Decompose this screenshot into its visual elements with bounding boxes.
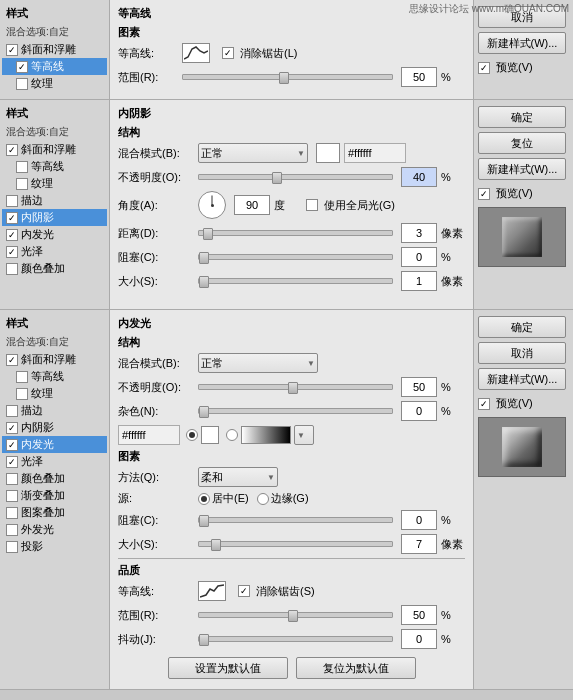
sidebar-3-item-2[interactable]: 纹理 [2,385,107,402]
range-slider[interactable] [182,70,393,84]
sidebar-2-cb-0[interactable] [6,144,18,156]
sidebar-3-item-0[interactable]: 斜面和浮雕 [2,351,107,368]
sidebar-2-item-4[interactable]: 内阴影 [2,209,107,226]
source-edge-radio[interactable] [257,493,269,505]
blend-mode-select-3[interactable]: 正常 ▼ [198,353,318,373]
reset-default-button[interactable]: 复位为默认值 [296,657,416,679]
preview-cb-3[interactable] [478,398,490,410]
noise-slider[interactable] [198,404,393,418]
jitter-slider[interactable] [198,632,393,646]
glow-color-hex[interactable]: #ffffff [118,425,180,445]
sidebar-2-item-2[interactable]: 纹理 [2,175,107,192]
contour-thumbnail[interactable] [182,43,210,63]
sidebar-1-item-1[interactable]: 等高线 [2,58,107,75]
sidebar-2-item-6[interactable]: 光泽 [2,243,107,260]
blend-mode-select[interactable]: 正常 ▼ [198,143,308,163]
preview-cb-1[interactable] [478,62,490,74]
jitter-input[interactable]: 0 [401,629,437,649]
size-slider-3[interactable] [198,537,393,551]
color-radio[interactable] [186,429,198,441]
new-style-button-3[interactable]: 新建样式(W)... [478,368,566,390]
sidebar-1-item-2[interactable]: 纹理 [2,75,107,92]
sidebar-2-cb-5[interactable] [6,229,18,241]
choke-slider-2[interactable] [198,250,393,264]
inner-shadow-color[interactable] [316,143,340,163]
quality-range-input[interactable]: 50 [401,605,437,625]
sidebar-3-item-11[interactable]: 投影 [2,538,107,555]
size-input-2[interactable]: 1 [401,271,437,291]
choke-input-3[interactable]: 0 [401,510,437,530]
source-center-item[interactable]: 居中(E) [198,491,249,506]
size-input-3[interactable]: 7 [401,534,437,554]
glow-solid-color[interactable] [201,426,219,444]
sidebar-2-cb-4[interactable] [6,212,18,224]
sidebar-3-cb-5[interactable] [6,439,18,451]
sidebar-3-item-4[interactable]: 内阴影 [2,419,107,436]
distance-slider[interactable] [198,226,393,240]
new-style-button-2[interactable]: 新建样式(W)... [478,158,566,180]
angle-dial[interactable] [198,191,226,219]
sidebar-3-cb-11[interactable] [6,541,18,553]
sidebar-3-cb-6[interactable] [6,456,18,468]
opacity-slider-3[interactable] [198,380,393,394]
sidebar-3-cb-4[interactable] [6,422,18,434]
sidebar-3-cb-3[interactable] [6,405,18,417]
source-center-radio[interactable] [198,493,210,505]
sidebar-3-item-1[interactable]: 等高线 [2,368,107,385]
gradient-radio[interactable] [226,429,238,441]
opacity-input-3[interactable]: 50 [401,377,437,397]
angle-input[interactable]: 90 [234,195,270,215]
choke-slider-3[interactable] [198,513,393,527]
sidebar-3-item-3[interactable]: 描边 [2,402,107,419]
sidebar-2-item-3[interactable]: 描边 [2,192,107,209]
sidebar-1-cb-2[interactable] [16,78,28,90]
new-style-button-1[interactable]: 新建样式(W)... [478,32,566,54]
sidebar-3-cb-2[interactable] [16,388,28,400]
sidebar-2-item-0[interactable]: 斜面和浮雕 [2,141,107,158]
gradient-select-arrow[interactable]: ▼ [294,425,314,445]
quality-antialias-cb[interactable] [238,585,250,597]
sidebar-3-cb-8[interactable] [6,490,18,502]
noise-input[interactable]: 0 [401,401,437,421]
sidebar-3-cb-7[interactable] [6,473,18,485]
sidebar-2-cb-3[interactable] [6,195,18,207]
reset-button-2[interactable]: 复位 [478,132,566,154]
antialias-cb[interactable] [222,47,234,59]
sidebar-3-cb-1[interactable] [16,371,28,383]
sidebar-3-cb-10[interactable] [6,524,18,536]
cancel-button-3[interactable]: 取消 [478,342,566,364]
sidebar-3-item-7[interactable]: 颜色叠加 [2,470,107,487]
sidebar-2-cb-6[interactable] [6,246,18,258]
inner-shadow-color-hex[interactable]: #ffffff [344,143,406,163]
sidebar-3-item-10[interactable]: 外发光 [2,521,107,538]
sidebar-3-item-6[interactable]: 光泽 [2,453,107,470]
set-default-button[interactable]: 设置为默认值 [168,657,288,679]
sidebar-3-item-5[interactable]: 内发光 [2,436,107,453]
size-slider-2[interactable] [198,274,393,288]
sidebar-3-item-8[interactable]: 渐变叠加 [2,487,107,504]
preview-cb-2[interactable] [478,188,490,200]
opacity-slider-2[interactable] [198,170,393,184]
sidebar-3-cb-9[interactable] [6,507,18,519]
method-select[interactable]: 柔和 ▼ [198,467,278,487]
sidebar-2-cb-7[interactable] [6,263,18,275]
sidebar-3-cb-0[interactable] [6,354,18,366]
opacity-input-2[interactable]: 40 [401,167,437,187]
range-input[interactable]: 50 [401,67,437,87]
sidebar-1-cb-1[interactable] [16,61,28,73]
glow-gradient[interactable] [241,426,291,444]
sidebar-2-item-1[interactable]: 等高线 [2,158,107,175]
sidebar-3-item-9[interactable]: 图案叠加 [2,504,107,521]
sidebar-2-item-7[interactable]: 颜色叠加 [2,260,107,277]
sidebar-2-cb-1[interactable] [16,161,28,173]
ok-button-2[interactable]: 确定 [478,106,566,128]
quality-range-slider[interactable] [198,608,393,622]
global-light-cb[interactable] [306,199,318,211]
sidebar-1-item-0[interactable]: 斜面和浮雕 [2,41,107,58]
ok-button-3[interactable]: 确定 [478,316,566,338]
sidebar-2-item-5[interactable]: 内发光 [2,226,107,243]
choke-input-2[interactable]: 0 [401,247,437,267]
distance-input[interactable]: 3 [401,223,437,243]
source-edge-item[interactable]: 边缘(G) [257,491,309,506]
sidebar-1-cb-0[interactable] [6,44,18,56]
